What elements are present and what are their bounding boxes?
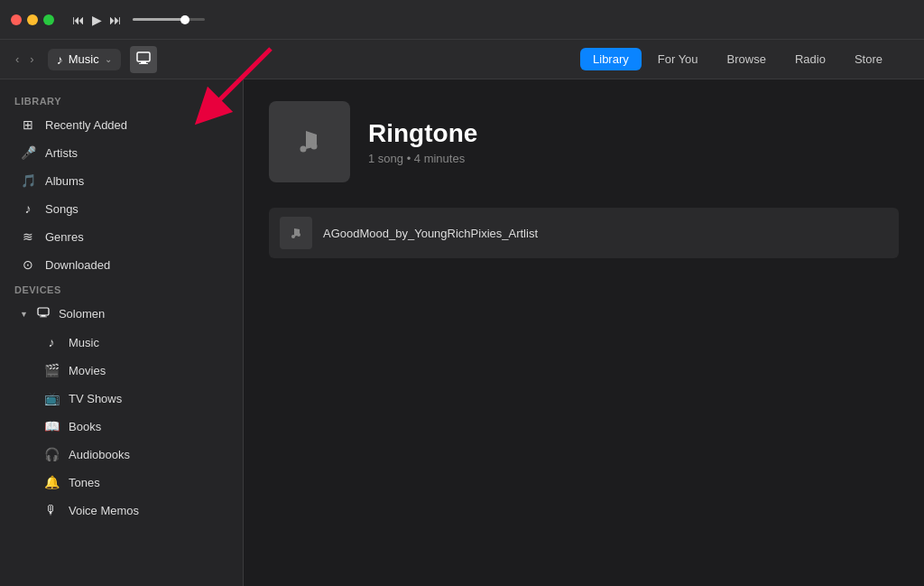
tv-icon: 📺 [43,391,60,405]
svg-rect-1 [141,61,146,63]
sidebar-item-recently-added[interactable]: ⊞ Recently Added [5,111,237,138]
volume-track [133,18,205,21]
fast-forward-button[interactable]: ⏭ [109,13,122,27]
maximize-button[interactable] [43,14,54,25]
content-header: Ringtone 1 song • 4 minutes [269,101,899,182]
sidebar-item-artists[interactable]: 🎤 Artists [5,139,237,166]
track-list: AGoodMood_by_YoungRichPixies_Artlist [269,208,899,258]
sidebar-item-label: Tones [69,476,100,489]
grid-icon: ⊞ [20,117,36,132]
nav-tabs: Library For You Browse Radio Store [580,48,895,70]
svg-point-8 [300,146,307,153]
sidebar-item-songs[interactable]: ♪ Songs [5,195,237,222]
source-label: Music [69,52,99,66]
main: Library ⊞ Recently Added 🎤 Artists 🎵 Alb… [0,79,924,586]
library-section-label: Library [0,90,243,110]
device-header[interactable]: ▼ Solomen [5,300,237,328]
source-selector[interactable]: ♪ Music ⌄ [48,49,121,70]
sidebar-item-label: Albums [45,174,84,188]
microphone-icon: 🎤 [20,145,36,160]
sidebar-item-genres[interactable]: ≋ Genres [5,223,237,250]
sidebar-item-voice-memos[interactable]: 🎙 Voice Memos [5,497,237,524]
tab-for-you[interactable]: For You [645,48,711,70]
svg-rect-6 [41,315,45,317]
rewind-button[interactable]: ⏮ [72,13,85,27]
download-icon: ⊙ [20,257,36,272]
sidebar-item-label: TV Shows [69,392,122,405]
tab-radio[interactable]: Radio [782,48,838,70]
sidebar-item-music[interactable]: ♪ Music [5,329,237,356]
sidebar-item-tv-shows[interactable]: 📺 TV Shows [5,385,237,412]
sidebar-item-label: Music [69,336,99,349]
device-button[interactable] [130,46,157,73]
content-title: Ringtone [368,119,477,148]
svg-point-9 [311,144,318,150]
content-info: Ringtone 1 song • 4 minutes [368,119,477,165]
sidebar-item-label: Audiobooks [69,448,130,461]
voice-memos-icon: 🎙 [43,503,60,517]
minimize-button[interactable] [27,14,38,25]
transport-controls: ⏮ ▶ ⏭ [72,13,122,27]
svg-rect-7 [40,317,47,318]
svg-rect-2 [139,63,148,64]
play-button[interactable]: ▶ [92,13,102,27]
content-area: Ringtone 1 song • 4 minutes AGoodMood_by… [244,79,924,586]
devices-section-label: Devices [0,279,243,299]
sidebar-item-label: Voice Memos [69,504,139,517]
sidebar-item-audiobooks[interactable]: 🎧 Audiobooks [5,441,237,468]
album-art [269,101,350,182]
sidebar-item-label: Songs [45,202,79,216]
close-button[interactable] [11,14,22,25]
sidebar-item-label: Movies [69,364,106,377]
sidebar-item-label: Artists [45,146,78,160]
nav-forward-button[interactable]: › [25,51,38,68]
track-name: AGoodMood_by_YoungRichPixies_Artlist [323,227,538,240]
svg-point-10 [291,235,295,238]
sidebar-item-albums[interactable]: 🎵 Albums [5,167,237,194]
tones-icon: 🔔 [43,475,60,489]
movies-icon: 🎬 [43,363,60,377]
track-thumbnail [280,217,312,249]
table-row[interactable]: AGoodMood_by_YoungRichPixies_Artlist [269,208,899,258]
device-name: Solomen [59,307,105,321]
traffic-lights [11,14,54,25]
nav-back-button[interactable]: ‹ [11,51,23,68]
svg-point-11 [297,233,300,237]
svg-rect-5 [38,308,49,315]
volume-thumb [180,15,189,24]
sidebar: Library ⊞ Recently Added 🎤 Artists 🎵 Alb… [0,79,244,586]
sidebar-item-tones[interactable]: 🔔 Tones [5,469,237,496]
volume-fill [133,18,183,21]
chevron-down-icon: ⌄ [105,54,112,64]
volume-slider[interactable] [133,18,205,21]
sidebar-item-label: Books [69,420,101,433]
sidebar-item-downloaded[interactable]: ⊙ Downloaded [5,251,237,278]
song-icon: ♪ [20,201,36,216]
tab-store[interactable]: Store [842,48,895,70]
audiobooks-icon: 🎧 [43,447,60,461]
title-bar: ⏮ ▶ ⏭ [0,0,924,40]
music-note-icon: ♪ [57,52,63,67]
sidebar-item-books[interactable]: 📖 Books [5,413,237,440]
svg-rect-0 [137,52,150,61]
tab-browse[interactable]: Browse [715,48,779,70]
sidebar-item-label: Recently Added [45,118,127,132]
sidebar-item-label: Downloaded [45,258,110,272]
nav-buttons: ‹ › [11,51,39,68]
tab-library[interactable]: Library [580,48,642,70]
sidebar-item-label: Genres [45,230,84,244]
toolbar: ‹ › ♪ Music ⌄ Library For You Browse Rad… [0,40,924,79]
device-icon [35,306,51,321]
chevron-icon: ▼ [20,310,28,319]
sidebar-item-movies[interactable]: 🎬 Movies [5,357,237,384]
books-icon: 📖 [43,419,60,433]
genres-icon: ≋ [20,229,36,244]
album-icon: 🎵 [20,173,36,188]
content-subtitle: 1 song • 4 minutes [368,152,477,165]
music-icon: ♪ [43,335,60,349]
